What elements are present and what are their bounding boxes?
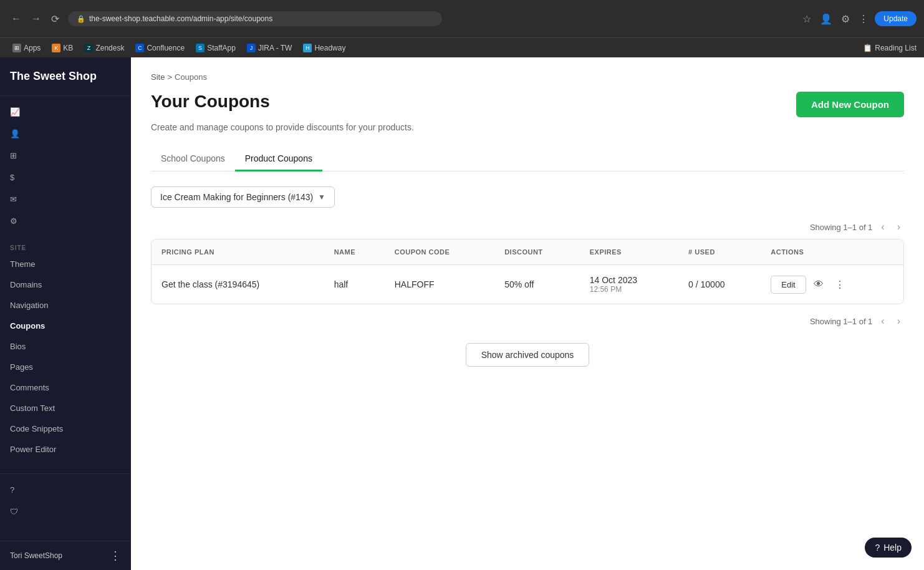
filter-dropdown-container: Ice Cream Making for Beginners (#143) ▼ bbox=[151, 186, 904, 208]
profile-button[interactable]: 👤 bbox=[817, 11, 835, 27]
sidebar-icon-users[interactable]: 👤 bbox=[0, 123, 131, 145]
help-button-container: ? Help bbox=[865, 538, 912, 558]
col-expires: EXPIRES bbox=[580, 239, 678, 265]
cell-name: half bbox=[324, 265, 385, 304]
sidebar-item-comments-label: Comments bbox=[10, 383, 49, 392]
coupons-table: PRICING PLAN NAME COUPON CODE DISCOUNT E… bbox=[152, 239, 903, 304]
bookmark-headway[interactable]: H Headway bbox=[298, 42, 350, 54]
sidebar-item-theme-label: Theme bbox=[10, 259, 35, 269]
url-text: the-sweet-shop.teachable.com/admin-app/s… bbox=[89, 14, 272, 23]
sidebar-item-navigation-label: Navigation bbox=[10, 301, 48, 310]
kb-icon: K bbox=[52, 44, 60, 52]
address-bar[interactable]: 🔒 the-sweet-shop.teachable.com/admin-app… bbox=[68, 11, 442, 26]
cell-used: 0 / 10000 bbox=[678, 265, 761, 304]
reading-list[interactable]: 📋 Reading List bbox=[863, 44, 917, 52]
tab-school-coupons[interactable]: School Coupons bbox=[151, 147, 235, 171]
show-archived-button[interactable]: Show archived coupons bbox=[466, 343, 590, 367]
filter-dropdown[interactable]: Ice Cream Making for Beginners (#143) ▼ bbox=[151, 186, 335, 208]
sidebar-item-pages[interactable]: Pages bbox=[0, 357, 131, 377]
pagination-next-button[interactable]: › bbox=[893, 220, 904, 234]
help-icon: ? bbox=[10, 485, 14, 495]
cell-expires-time: 12:56 PM bbox=[590, 285, 668, 294]
bookmark-zendesk-label: Zendesk bbox=[95, 44, 124, 52]
sidebar-icon-mail[interactable]: ✉ bbox=[0, 188, 131, 210]
edit-button[interactable]: Edit bbox=[771, 276, 806, 294]
tab-product-coupons[interactable]: Product Coupons bbox=[235, 147, 322, 171]
sidebar-item-domains-label: Domains bbox=[10, 280, 42, 289]
star-button[interactable]: ☆ bbox=[800, 11, 814, 27]
sidebar-item-custom-text[interactable]: Custom Text bbox=[0, 398, 131, 418]
bookmark-jira[interactable]: J JIRA - TW bbox=[242, 42, 297, 54]
cell-coupon-code: HALFOFF bbox=[385, 265, 494, 304]
bookmark-staffapp-label: StaffApp bbox=[207, 44, 236, 52]
bookmark-zendesk[interactable]: Z Zendesk bbox=[79, 42, 129, 54]
more-actions-icon[interactable]: ⋮ bbox=[831, 276, 849, 293]
main-content: Site > Coupons Your Coupons Add New Coup… bbox=[131, 57, 924, 570]
extensions-button[interactable]: ⚙ bbox=[839, 11, 852, 27]
settings-icon: ⚙ bbox=[10, 216, 17, 226]
sidebar-item-code-snippets[interactable]: Code Snippets bbox=[0, 418, 131, 439]
sidebar-icon-analytics[interactable]: 📈 bbox=[0, 101, 131, 123]
bookmark-staffapp[interactable]: S StaffApp bbox=[191, 42, 241, 54]
view-icon[interactable]: 👁 bbox=[810, 276, 827, 292]
sidebar-icon-dollar[interactable]: $ bbox=[0, 167, 131, 188]
sidebar-item-bios[interactable]: Bios bbox=[0, 336, 131, 357]
sidebar-user-name: Tori SweetShop bbox=[10, 551, 62, 560]
cell-expires-date: 14 Oct 2023 bbox=[590, 275, 668, 285]
forward-button[interactable]: → bbox=[27, 11, 45, 27]
sidebar-item-theme[interactable]: Theme bbox=[0, 254, 131, 274]
col-coupon-code: COUPON CODE bbox=[385, 239, 494, 265]
bookmark-confluence[interactable]: C Confluence bbox=[130, 42, 190, 54]
pagination-prev-button[interactable]: ‹ bbox=[877, 220, 888, 234]
headway-icon: H bbox=[303, 44, 312, 52]
mail-icon: ✉ bbox=[10, 195, 17, 204]
jira-icon: J bbox=[247, 44, 256, 52]
update-button[interactable]: Update bbox=[875, 11, 917, 26]
sidebar-item-navigation[interactable]: Navigation bbox=[0, 295, 131, 316]
sidebar: The Sweet Shop 📈 👤 ⊞ $ ✉ ⚙ SITE T bbox=[0, 57, 131, 570]
sidebar-more-button[interactable]: ⋮ bbox=[110, 549, 121, 563]
bookmark-apps-label: Apps bbox=[24, 44, 41, 52]
col-pricing-plan: PRICING PLAN bbox=[152, 239, 324, 265]
dashboard-icon: ⊞ bbox=[10, 151, 17, 160]
sidebar-item-power-editor-label: Power Editor bbox=[10, 445, 56, 454]
browser-chrome: ← → ⟳ 🔒 the-sweet-shop.teachable.com/adm… bbox=[0, 0, 924, 37]
chevron-down-icon: ▼ bbox=[318, 193, 325, 201]
col-discount: DISCOUNT bbox=[494, 239, 580, 265]
back-button[interactable]: ← bbox=[7, 11, 25, 27]
staffapp-icon: S bbox=[196, 44, 205, 52]
browser-nav-buttons: ← → ⟳ bbox=[7, 11, 63, 27]
bookmark-kb-label: KB bbox=[63, 44, 73, 52]
pagination-bottom-next-button[interactable]: › bbox=[893, 314, 904, 328]
dollar-icon: $ bbox=[10, 173, 14, 182]
table-row: Get the class (#3194645) half HALFOFF 50… bbox=[152, 265, 903, 304]
breadcrumb: Site > Coupons bbox=[151, 72, 904, 82]
help-button[interactable]: ? Help bbox=[865, 538, 912, 558]
help-circle-icon: ? bbox=[875, 543, 880, 553]
page-header: Your Coupons Add New Coupon bbox=[151, 92, 904, 117]
page-title: Your Coupons bbox=[151, 92, 270, 112]
apps-icon: ⊞ bbox=[12, 44, 21, 52]
sidebar-icon-settings[interactable]: ⚙ bbox=[0, 210, 131, 232]
shield-icon: 🛡 bbox=[10, 507, 18, 516]
pagination-bottom: Showing 1–1 of 1 ‹ › bbox=[151, 314, 904, 328]
bookmark-kb[interactable]: K KB bbox=[47, 42, 78, 54]
breadcrumb-site[interactable]: Site bbox=[151, 72, 165, 82]
sidebar-item-coupons[interactable]: Coupons bbox=[0, 316, 131, 336]
refresh-button[interactable]: ⟳ bbox=[47, 11, 63, 27]
app-layout: The Sweet Shop 📈 👤 ⊞ $ ✉ ⚙ SITE T bbox=[0, 57, 924, 570]
pagination-bottom-prev-button[interactable]: ‹ bbox=[877, 314, 888, 328]
add-coupon-button[interactable]: Add New Coupon bbox=[796, 92, 904, 117]
bookmark-confluence-label: Confluence bbox=[147, 44, 185, 52]
sidebar-icon-dashboard[interactable]: ⊞ bbox=[0, 145, 131, 167]
col-actions: ACTIONS bbox=[761, 239, 903, 265]
menu-button[interactable]: ⋮ bbox=[856, 11, 871, 27]
sidebar-icon-help[interactable]: ? bbox=[0, 479, 131, 501]
bookmark-apps[interactable]: ⊞ Apps bbox=[7, 42, 46, 54]
sidebar-icon-shield[interactable]: 🛡 bbox=[0, 501, 131, 523]
sidebar-item-power-editor[interactable]: Power Editor bbox=[0, 439, 131, 460]
sidebar-item-pages-label: Pages bbox=[10, 362, 33, 372]
sidebar-item-comments[interactable]: Comments bbox=[0, 377, 131, 398]
sidebar-item-domains[interactable]: Domains bbox=[0, 274, 131, 295]
coupons-table-container: PRICING PLAN NAME COUPON CODE DISCOUNT E… bbox=[151, 239, 904, 304]
